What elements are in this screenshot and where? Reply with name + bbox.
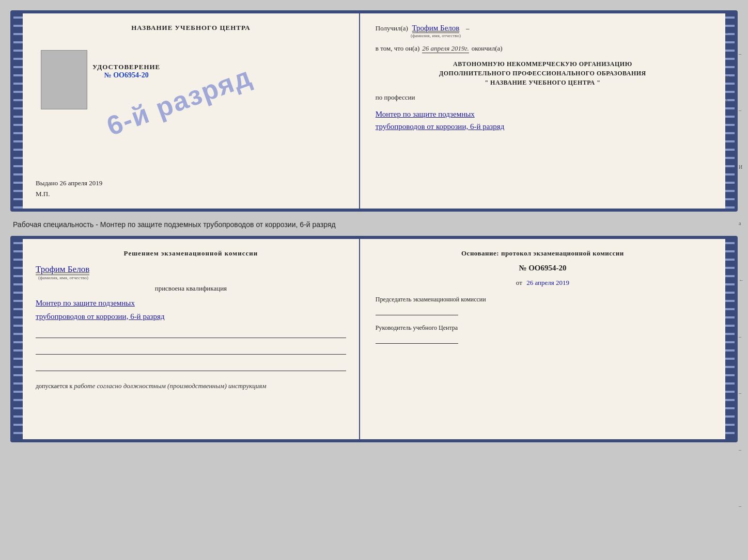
certificate-doc-1: НАЗВАНИЕ УЧЕБНОГО ЦЕНТРА 6-й разряд УДОС… xyxy=(10,10,738,212)
rukovoditel-block: Руководитель учебного Центра xyxy=(376,324,710,344)
udost-num: № OO6954-20 xyxy=(92,71,160,79)
kvalif-block: Монтер по защите подземных трубопроводов… xyxy=(36,297,346,323)
left-border-decoration xyxy=(13,13,23,209)
profession-line1: Монтер по защите подземных xyxy=(376,108,710,120)
org-line1: АВТОНОМНУЮ НЕКОММЕРЧЕСКУЮ ОРГАНИЗАЦИЮ xyxy=(376,59,710,69)
profession-block: Монтер по защите подземных трубопроводов… xyxy=(376,108,710,133)
between-docs-text: Рабочая специальность - Монтер по защите… xyxy=(10,218,738,230)
blank-line-1 xyxy=(36,329,346,338)
vtom-line: в том, что он(а) 26 апреля 2019г. окончи… xyxy=(376,44,710,53)
blank-line-3 xyxy=(36,362,346,371)
po-professii: по профессии xyxy=(376,93,710,102)
osnovanie-line: Основание: протокол экзаменационной коми… xyxy=(376,249,710,258)
rukovoditel-sig-line xyxy=(376,334,458,344)
blank-line-2 xyxy=(36,345,346,355)
prisvoena-line: присвоена квалификация xyxy=(36,284,346,293)
poluchil-label: Получил(а) xyxy=(376,24,408,33)
cert1-left-panel: НАЗВАНИЕ УЧЕБНОГО ЦЕНТРА 6-й разряд УДОС… xyxy=(23,13,360,209)
resheniem-line: Решением экзаменационной комиссии xyxy=(36,249,346,258)
side-mark-4: – xyxy=(725,164,730,170)
predsedatel-label: Председатель экзаменационной комиссии xyxy=(376,296,710,303)
ot-line: от 26 апреля 2019 xyxy=(376,279,710,287)
ot-date: 26 апреля 2019 xyxy=(526,279,569,286)
org-line3: " НАЗВАНИЕ УЧЕБНОГО ЦЕНТРА " xyxy=(376,78,710,87)
side-mark-arrow: ← xyxy=(725,119,730,125)
vtom-suffix: окончил(а) xyxy=(472,44,503,53)
org-block: АВТОНОМНУЮ НЕКОММЕРЧЕСКУЮ ОРГАНИЗАЦИЮ ДО… xyxy=(376,59,710,87)
side-mark-a: а xyxy=(725,97,730,103)
photo-placeholder xyxy=(41,50,87,109)
cert2-left-panel: Решением экзаменационной комиссии Трофим… xyxy=(23,239,360,439)
vtom-date: 26 апреля 2019г. xyxy=(422,44,469,53)
vydano-line: Выдано 26 апреля 2019 xyxy=(36,174,346,187)
rukovoditel-label: Руководитель учебного Центра xyxy=(376,324,710,332)
udost-block: УДОСТОВЕРЕНИЕ № OO6954-20 xyxy=(92,63,160,109)
vtom-prefix: в том, что он(а) xyxy=(376,44,420,53)
predsedatel-sig-line xyxy=(376,306,458,315)
side-mark-5: – xyxy=(725,186,730,192)
side-mark-i: И xyxy=(725,75,730,81)
name-handwritten: Трофим Белов xyxy=(36,264,89,275)
left-border-decoration-2 xyxy=(13,239,23,439)
poluchil-sub: (фамилия, имя, отчество) xyxy=(411,33,461,38)
poluchil-line: Получил(а) Трофим Белов (фамилия, имя, о… xyxy=(376,24,710,38)
kvalif-line2: трубопроводов от коррозии, 6-й разряд xyxy=(36,310,346,324)
name-block: Трофим Белов (фамилия, имя, отчество) xyxy=(36,264,346,280)
side-mark-3: – xyxy=(725,141,730,147)
dopusk-text: работе согласно должностным (производств… xyxy=(74,382,266,390)
cert1-right-panel: Получил(а) Трофим Белов (фамилия, имя, о… xyxy=(360,13,725,209)
name-sub: (фамилия, имя, отчество) xyxy=(38,275,88,280)
cert2-right-panel: Основание: протокол экзаменационной коми… xyxy=(360,239,725,439)
poluchil-name: Трофим Белов xyxy=(412,24,460,33)
side-mark-2: – xyxy=(725,52,730,58)
ot-prefix: от xyxy=(516,279,522,286)
right-border-decoration-2 xyxy=(725,239,735,439)
dopusk-prefix: допускается к xyxy=(36,382,72,390)
page-wrapper: НАЗВАНИЕ УЧЕБНОГО ЦЕНТРА 6-й разряд УДОС… xyxy=(10,10,738,442)
profession-line2: трубопроводов от коррозии, 6-й разряд xyxy=(376,120,710,133)
kvalif-line1: Монтер по защите подземных xyxy=(36,297,346,310)
predsedatel-block: Председатель экзаменационной комиссии xyxy=(376,296,710,315)
certificate-doc-2: Решением экзаменационной комиссии Трофим… xyxy=(10,236,738,442)
mp-line: М.П. xyxy=(36,190,346,198)
side-mark-1: – xyxy=(725,30,730,36)
protocol-num: № OO6954-20 xyxy=(376,264,710,273)
udost-title: УДОСТОВЕРЕНИЕ xyxy=(92,63,160,71)
dopuskaetsya-block: допускается к работе согласно должностны… xyxy=(36,382,346,390)
org-line2: ДОПОЛНИТЕЛЬНОГО ПРОФЕССИОНАЛЬНОГО ОБРАЗО… xyxy=(376,69,710,78)
cert1-title: НАЗВАНИЕ УЧЕБНОГО ЦЕНТРА xyxy=(131,24,251,32)
